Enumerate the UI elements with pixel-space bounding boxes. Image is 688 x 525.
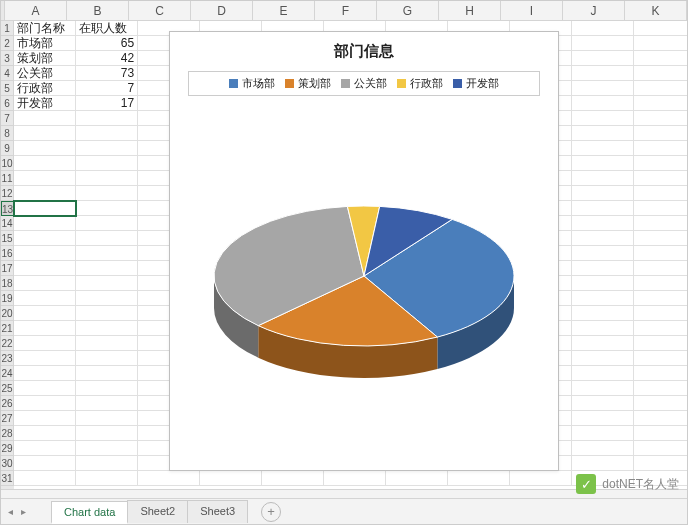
- cell[interactable]: 部门名称: [14, 21, 76, 36]
- cell[interactable]: [76, 366, 138, 381]
- row-header[interactable]: 28: [1, 426, 14, 441]
- add-sheet-button[interactable]: +: [261, 502, 281, 522]
- cell[interactable]: [572, 261, 634, 276]
- cell[interactable]: [572, 381, 634, 396]
- cell[interactable]: [14, 306, 76, 321]
- cell[interactable]: [14, 156, 76, 171]
- cell[interactable]: [572, 201, 634, 216]
- cell[interactable]: [14, 351, 76, 366]
- column-header-F[interactable]: F: [315, 1, 377, 20]
- cell[interactable]: [572, 321, 634, 336]
- cell[interactable]: [572, 351, 634, 366]
- cell[interactable]: [138, 471, 200, 486]
- cell[interactable]: [200, 471, 262, 486]
- row-header[interactable]: 4: [1, 66, 14, 81]
- cell[interactable]: 在职人数: [76, 21, 138, 36]
- cell[interactable]: [572, 51, 634, 66]
- row-header[interactable]: 9: [1, 141, 14, 156]
- cell[interactable]: [324, 471, 386, 486]
- cell[interactable]: [634, 21, 687, 36]
- row-header[interactable]: 29: [1, 441, 14, 456]
- cell[interactable]: [76, 381, 138, 396]
- cell[interactable]: [634, 306, 687, 321]
- cell[interactable]: [572, 336, 634, 351]
- cell[interactable]: [14, 366, 76, 381]
- row-header[interactable]: 27: [1, 411, 14, 426]
- cell[interactable]: [572, 426, 634, 441]
- sheet-tab[interactable]: Sheet3: [187, 500, 248, 523]
- cell[interactable]: [14, 321, 76, 336]
- cell[interactable]: [572, 366, 634, 381]
- cell[interactable]: [572, 81, 634, 96]
- cell[interactable]: [76, 126, 138, 141]
- column-header-H[interactable]: H: [439, 1, 501, 20]
- cell[interactable]: [634, 231, 687, 246]
- cell[interactable]: [572, 441, 634, 456]
- cell[interactable]: [634, 366, 687, 381]
- cell[interactable]: [14, 396, 76, 411]
- cell[interactable]: [14, 411, 76, 426]
- row-header[interactable]: 8: [1, 126, 14, 141]
- cell[interactable]: [634, 141, 687, 156]
- cell[interactable]: [572, 306, 634, 321]
- cell[interactable]: [634, 276, 687, 291]
- cell[interactable]: [634, 246, 687, 261]
- column-header-G[interactable]: G: [377, 1, 439, 20]
- cell[interactable]: [386, 471, 448, 486]
- cell[interactable]: [76, 291, 138, 306]
- row-header[interactable]: 23: [1, 351, 14, 366]
- cell[interactable]: [14, 201, 76, 216]
- cell[interactable]: [76, 471, 138, 486]
- cell[interactable]: [572, 456, 634, 471]
- cell[interactable]: [76, 321, 138, 336]
- cell[interactable]: [634, 66, 687, 81]
- cell[interactable]: [76, 456, 138, 471]
- cell[interactable]: [76, 411, 138, 426]
- column-header-E[interactable]: E: [253, 1, 315, 20]
- row-header[interactable]: 19: [1, 291, 14, 306]
- column-header-A[interactable]: A: [5, 1, 67, 20]
- cell[interactable]: [14, 291, 76, 306]
- cell[interactable]: [572, 96, 634, 111]
- row-header[interactable]: 11: [1, 171, 14, 186]
- cell[interactable]: [634, 411, 687, 426]
- cell[interactable]: [634, 201, 687, 216]
- cell[interactable]: [572, 186, 634, 201]
- cell[interactable]: [634, 36, 687, 51]
- cell[interactable]: [634, 426, 687, 441]
- cell[interactable]: [14, 276, 76, 291]
- cell[interactable]: [634, 81, 687, 96]
- row-header[interactable]: 26: [1, 396, 14, 411]
- cell[interactable]: [14, 426, 76, 441]
- row-header[interactable]: 14: [1, 216, 14, 231]
- cell[interactable]: [634, 381, 687, 396]
- cell[interactable]: [14, 471, 76, 486]
- column-header-D[interactable]: D: [191, 1, 253, 20]
- cell[interactable]: [76, 111, 138, 126]
- cell[interactable]: [14, 186, 76, 201]
- cell[interactable]: [76, 336, 138, 351]
- cell[interactable]: [572, 141, 634, 156]
- row-header[interactable]: 5: [1, 81, 14, 96]
- cell[interactable]: [572, 231, 634, 246]
- cell[interactable]: [14, 111, 76, 126]
- cell[interactable]: 公关部: [14, 66, 76, 81]
- cell[interactable]: [14, 246, 76, 261]
- cell[interactable]: [14, 441, 76, 456]
- row-header[interactable]: 24: [1, 366, 14, 381]
- cell[interactable]: [76, 426, 138, 441]
- sheet-tab[interactable]: Sheet2: [127, 500, 188, 523]
- row-header[interactable]: 12: [1, 186, 14, 201]
- cell[interactable]: 行政部: [14, 81, 76, 96]
- cell[interactable]: [76, 396, 138, 411]
- cell[interactable]: [76, 156, 138, 171]
- row-header[interactable]: 3: [1, 51, 14, 66]
- row-header[interactable]: 18: [1, 276, 14, 291]
- row-header[interactable]: 7: [1, 111, 14, 126]
- cell[interactable]: [510, 471, 572, 486]
- column-header-B[interactable]: B: [67, 1, 129, 20]
- cell[interactable]: [14, 231, 76, 246]
- row-header[interactable]: 31: [1, 471, 14, 486]
- cell[interactable]: [14, 216, 76, 231]
- cell[interactable]: [14, 126, 76, 141]
